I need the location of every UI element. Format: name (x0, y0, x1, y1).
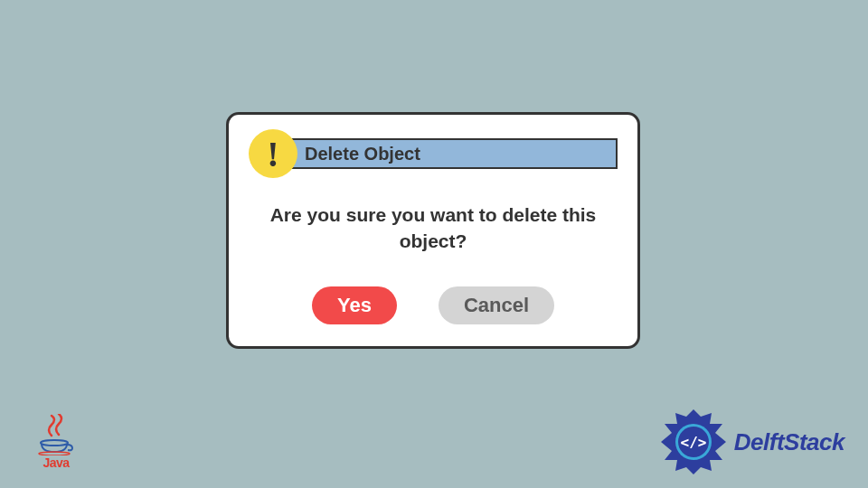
java-logo-text: Java (42, 455, 69, 470)
java-cup-icon (38, 439, 74, 455)
dialog-button-row: Yes Cancel (229, 286, 637, 324)
svg-text:</>: </> (680, 434, 706, 451)
dialog-message: Are you sure you want to delete this obj… (265, 202, 601, 255)
dialog-title: Delete Object (305, 144, 420, 164)
warning-icon: ! (249, 129, 297, 178)
java-logo: Java (38, 414, 74, 470)
cancel-button[interactable]: Cancel (439, 286, 554, 324)
delftstack-logo: </> DelftStack (658, 407, 844, 477)
yes-button[interactable]: Yes (312, 286, 397, 324)
dialog-title-row: ! Delete Object (249, 129, 618, 178)
java-steam-icon (41, 414, 71, 439)
delftstack-logo-text: DelftStack (734, 428, 844, 456)
svg-point-0 (41, 440, 68, 446)
confirm-dialog: ! Delete Object Are you sure you want to… (226, 112, 640, 349)
delftstack-medallion-icon: </> (658, 407, 729, 477)
dialog-title-bar: Delete Object (283, 138, 618, 169)
